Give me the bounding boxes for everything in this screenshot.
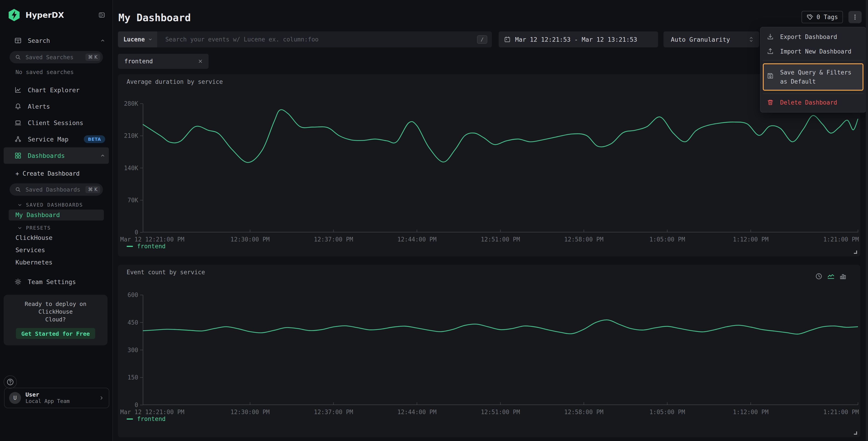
- ellipsis-vertical-icon: [852, 14, 858, 21]
- axis-tick-label: 1:05:00 PM: [649, 236, 685, 243]
- panel-resize-handle[interactable]: [852, 430, 857, 435]
- dashboard-actions-menu: Export Dashboard Import New Dashboard Sa…: [760, 27, 866, 113]
- filter-chip-frontend[interactable]: frontend: [118, 54, 209, 69]
- section-presets[interactable]: PRESETS: [0, 222, 113, 232]
- bar-chart-icon[interactable]: [839, 273, 846, 280]
- sidebar-item-label: Alerts: [28, 103, 105, 110]
- sidebar-item-service-map[interactable]: Service Map BETA: [4, 131, 109, 147]
- user-card[interactable]: U User Local App Team: [4, 388, 109, 408]
- axis-tick-label: Mar 12 12:21:00 PM: [120, 236, 184, 243]
- sidebar-item-search[interactable]: Search: [0, 34, 113, 48]
- preset-item-kubernetes[interactable]: Kubernetes: [0, 256, 113, 269]
- chart-legend[interactable]: frontend: [127, 415, 165, 422]
- dashboards-grid-icon: [14, 152, 22, 159]
- saved-searches-input[interactable]: ⌘ K: [9, 51, 103, 63]
- event-search-input[interactable]: [164, 35, 477, 43]
- saved-dashboards-input[interactable]: ⌘ K: [9, 183, 103, 196]
- query-language-select[interactable]: Lucene: [118, 31, 157, 48]
- search-icon: [15, 186, 21, 193]
- chevron-right-icon: [99, 395, 104, 401]
- dashboard-actions-button[interactable]: [848, 11, 862, 23]
- axis-tick-label: 12:30:00 PM: [230, 409, 270, 415]
- chevron-up-icon: [100, 153, 105, 158]
- saved-dashboard-item-my-dashboard[interactable]: My Dashboard: [9, 210, 104, 220]
- menu-item-delete-dashboard[interactable]: Delete Dashboard: [763, 95, 863, 110]
- page-title: My Dashboard: [118, 12, 191, 24]
- section-label: PRESETS: [26, 225, 51, 231]
- cmd-k-shortcut: ⌘ K: [85, 186, 100, 193]
- section-saved-dashboards[interactable]: SAVED DASHBOARDS: [0, 196, 113, 209]
- trash-icon: [767, 99, 774, 106]
- filter-chip-label: frontend: [124, 58, 198, 65]
- saved-searches-field[interactable]: [25, 54, 85, 61]
- axis-tick-label: 12:37:00 PM: [314, 409, 353, 415]
- menu-item-export-dashboard[interactable]: Export Dashboard: [763, 30, 863, 44]
- sidebar-item-label: Search: [28, 37, 100, 44]
- filter-bar: Lucene / Mar 12 12:21:53 - Mar 12 13:21:…: [118, 31, 860, 48]
- line-chart-icon[interactable]: [827, 272, 835, 280]
- preset-item-services[interactable]: Services: [0, 244, 113, 256]
- date-range-input[interactable]: Mar 12 12:21:53 - Mar 12 13:21:53: [499, 31, 658, 48]
- axis-tick-label: 12:37:00 PM: [314, 236, 353, 243]
- axis-tick-label: 1:05:00 PM: [649, 409, 685, 415]
- search-icon: [15, 54, 21, 60]
- sidebar-item-team-settings[interactable]: Team Settings: [0, 275, 113, 289]
- sidebar-item-dashboards[interactable]: Dashboards: [4, 147, 109, 164]
- axis-tick-label: 600: [127, 292, 138, 298]
- axis-tick-label: 1:21:00 PM: [823, 236, 859, 243]
- calendar-icon: [504, 36, 510, 42]
- sidebar-item-alerts[interactable]: Alerts: [4, 98, 109, 115]
- gear-icon: [14, 278, 22, 285]
- bell-icon: [14, 103, 22, 110]
- axis-tick-label: 450: [127, 319, 138, 326]
- chart-area[interactable]: 6004503001500Mar 12 12:21:00 PM12:30:00 …: [143, 295, 858, 405]
- menu-item-label: Import New Dashboard: [780, 47, 851, 56]
- axis-tick-label: 300: [127, 347, 138, 354]
- menu-item-import-dashboard[interactable]: Import New Dashboard: [763, 44, 863, 59]
- help-button[interactable]: [4, 375, 17, 389]
- menu-item-save-query-filters-default[interactable]: Save Query & Filters as Default: [763, 63, 863, 91]
- axis-tick-label: 1:12:00 PM: [733, 236, 769, 243]
- line-chart: [143, 295, 858, 405]
- time-range-icon[interactable]: [815, 273, 823, 280]
- tags-label: 0 Tags: [816, 14, 838, 21]
- app-root: HyperDX Search ⌘ K No saved searches: [0, 0, 868, 441]
- sidebar-item-client-sessions[interactable]: Client Sessions: [4, 115, 109, 131]
- user-name: User: [26, 391, 99, 398]
- axis-tick-label: 12:44:00 PM: [397, 409, 436, 415]
- saved-dashboards-field[interactable]: [25, 186, 85, 194]
- legend-line-swatch: [127, 246, 133, 247]
- tags-button[interactable]: 0 Tags: [802, 11, 843, 23]
- line-chart: [143, 104, 858, 232]
- chart-area[interactable]: 280K210K140K70K0Mar 12 12:21:00 PM12:30:…: [143, 104, 858, 232]
- axis-tick-label: 12:51:00 PM: [481, 409, 520, 415]
- create-dashboard-button[interactable]: + Create Dashboard: [0, 164, 113, 177]
- event-search-box: /: [157, 31, 492, 48]
- sidebar: HyperDX Search ⌘ K No saved searches: [0, 0, 113, 441]
- sidebar-item-label: Dashboards: [28, 152, 100, 159]
- beta-badge: BETA: [84, 135, 105, 143]
- scrollbar-track[interactable]: [866, 0, 868, 441]
- service-map-icon: [14, 136, 22, 143]
- menu-item-label: Save Query & Filters as Default: [780, 68, 860, 86]
- menu-divider: [763, 60, 863, 61]
- axis-tick-label: 12:30:00 PM: [230, 236, 270, 243]
- axis-tick-label: 12:44:00 PM: [397, 236, 436, 243]
- granularity-select[interactable]: Auto Granularity: [663, 31, 759, 48]
- axis-tick-label: 1:12:00 PM: [733, 409, 769, 415]
- get-started-button[interactable]: Get Started for Free: [16, 328, 95, 339]
- sidebar-collapse-icon[interactable]: [98, 12, 105, 18]
- question-circle-icon: [6, 378, 14, 386]
- chart-panel-average-duration: Average duration by service 280K210K140K…: [118, 74, 860, 257]
- table-icon: [14, 37, 22, 44]
- cmd-k-shortcut: ⌘ K: [85, 54, 100, 61]
- close-icon[interactable]: [198, 59, 203, 64]
- granularity-value: Auto Granularity: [671, 36, 749, 43]
- sidebar-item-chart-explorer[interactable]: Chart Explorer: [4, 82, 109, 98]
- axis-tick-label: 12:58:00 PM: [564, 409, 603, 415]
- chart-legend[interactable]: frontend: [127, 243, 165, 249]
- panel-resize-handle[interactable]: [852, 249, 857, 254]
- preset-item-clickhouse[interactable]: ClickHouse: [0, 232, 113, 244]
- date-range-value: Mar 12 12:21:53 - Mar 12 13:21:53: [515, 36, 637, 43]
- upload-icon: [767, 48, 774, 55]
